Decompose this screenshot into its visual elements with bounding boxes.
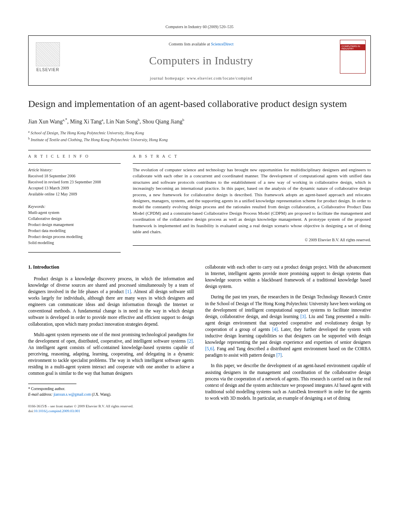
- journal-cover-thumbnail: COMPUTERS IN INDUSTRY: [340, 40, 366, 74]
- author-3: Lin Nan Song: [106, 119, 138, 125]
- abstract-label: A B S T R A C T: [133, 154, 371, 159]
- email-attrib: (J.X. Wang).: [92, 392, 111, 396]
- publisher-name: ELSEVIER: [37, 67, 60, 73]
- author-2-aff: a: [102, 118, 103, 122]
- author-3-aff: b: [138, 118, 140, 122]
- keyword-3: Product data modelling: [28, 228, 121, 234]
- article-info-column: A R T I C L E I N F O Article history: R…: [28, 154, 121, 253]
- history-online: Available online 12 May 2009: [28, 191, 121, 197]
- abstract-text: The evolution of computer science and te…: [133, 167, 371, 235]
- contents-prefix: Contents lists available at: [169, 42, 211, 46]
- doi-link[interactable]: 10.1016/j.compind.2009.03.001: [34, 409, 80, 413]
- doi-label: doi:: [28, 409, 34, 413]
- keywords-label: Keywords:: [28, 203, 121, 210]
- footnotes: * Corresponding author. E-mail address: …: [28, 386, 194, 397]
- para-right-1: During the past ten years, the researche…: [205, 294, 371, 358]
- journal-homepage: journal homepage: www.elsevier.com/locat…: [66, 76, 336, 81]
- author-1-corr: *: [65, 117, 67, 122]
- history-revised: Received in revised form 23 September 20…: [28, 179, 121, 185]
- footnote-separator: [28, 384, 76, 384]
- elsevier-tree-icon: [36, 42, 60, 66]
- keyword-1: Collaborative design: [28, 216, 121, 222]
- para-left-1: Multi-agent system represents one of the…: [28, 331, 194, 377]
- para-right-2: In this paper, we describe the developme…: [205, 362, 371, 401]
- history-received: Received 18 September 2006: [28, 173, 121, 179]
- abstract-copyright: © 2009 Elsevier B.V. All rights reserved…: [133, 237, 371, 243]
- elsevier-logo: ELSEVIER: [33, 40, 62, 73]
- contents-available: Contents lists available at ScienceDirec…: [66, 41, 336, 47]
- running-head: Computers in Industry 60 (2009) 520–535: [28, 24, 371, 30]
- front-matter-line: 0166-3615/$ – see front matter © 2009 El…: [28, 404, 194, 409]
- keyword-5: Solid modelling: [28, 240, 121, 246]
- author-4: Shou Qiang Jiang: [142, 119, 183, 125]
- left-column: 1. Introduction Product design is a know…: [28, 264, 194, 414]
- affiliation-a: School of Design, The Hong Kong Polytech…: [31, 131, 144, 136]
- cover-title: COMPUTERS IN INDUSTRY: [341, 45, 364, 50]
- authors-line: Jian Xun Wanga,*, Ming Xi Tanga, Lin Nan…: [28, 117, 371, 125]
- section-heading-1: 1. Introduction: [28, 264, 194, 271]
- affiliations: a School of Design, The Hong Kong Polyte…: [28, 129, 371, 143]
- author-1: Jian Xun Wang: [28, 119, 63, 125]
- journal-header: ELSEVIER Contents lists available at Sci…: [28, 35, 371, 86]
- author-4-aff: b: [182, 118, 184, 122]
- affiliation-b: Institute of Textile and Clothing, The H…: [31, 138, 168, 142]
- article-info-label: A R T I C L E I N F O: [28, 154, 121, 159]
- abstract-column: A B S T R A C T The evolution of compute…: [133, 154, 371, 253]
- sciencedirect-link[interactable]: ScienceDirect: [211, 42, 233, 46]
- author-email[interactable]: jianxun.s.w@gmail.com: [53, 392, 91, 396]
- history-accepted: Accepted 13 March 2009: [28, 185, 121, 191]
- email-label: E-mail address:: [28, 392, 53, 396]
- keyword-2: Product design management: [28, 222, 121, 228]
- history-label: Article history:: [28, 167, 121, 173]
- body-columns: 1. Introduction Product design is a know…: [28, 264, 371, 414]
- author-2: Ming Xi Tang: [70, 119, 102, 125]
- para-left-0: Product design is a knowledge discovery …: [28, 275, 194, 327]
- right-column: collaborate with each other to carry out…: [205, 264, 371, 414]
- article-title: Design and implementation of an agent-ba…: [28, 98, 371, 110]
- keyword-0: Mutli-agent system: [28, 210, 121, 216]
- corresponding-note: * Corresponding author.: [28, 386, 194, 392]
- keyword-4: Product design process modelling: [28, 234, 121, 240]
- divider: [28, 150, 371, 150]
- journal-name: Computers in Industry: [66, 53, 336, 68]
- front-matter: 0166-3615/$ – see front matter © 2009 El…: [28, 404, 194, 414]
- para-right-0: collaborate with each other to carry out…: [205, 264, 371, 290]
